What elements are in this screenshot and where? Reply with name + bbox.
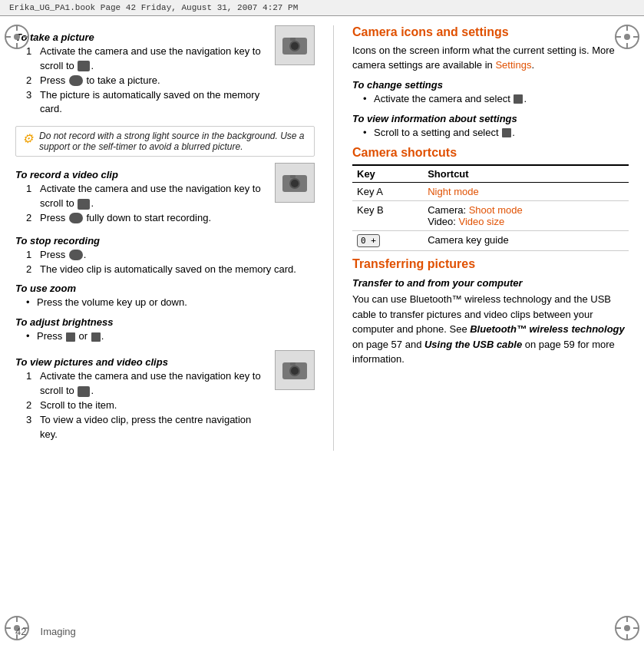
view-pics-text: To view pictures and video clips 1Activa… (15, 350, 270, 445)
footer: 42 Imaging (15, 626, 76, 637)
brightness-left-icon (66, 332, 75, 342)
transferring-section: Transferring pictures Transfer to and fr… (352, 257, 629, 367)
col-key: Key (352, 165, 423, 183)
list-item: 1Activate the camera and use the navigat… (26, 45, 270, 74)
shortcut-key-guide: Camera key guide (423, 231, 629, 251)
take-picture-text: To take a picture 1Activate the camera a… (15, 25, 270, 120)
view-image-box (275, 350, 315, 390)
svg-rect-35 (290, 362, 296, 366)
svg-point-1 (14, 34, 20, 40)
list-item: Scroll to a setting and select . (363, 126, 629, 141)
table-header-row: Key Shortcut (352, 165, 629, 183)
change-settings-heading: To change settings (352, 79, 629, 91)
stop-recording-section: To stop recording 1Press . 2The video cl… (15, 235, 315, 277)
press-icon2 (69, 213, 83, 223)
list-item: 2Press fully down to start recording. (26, 211, 270, 226)
record-video-row: To record a video clip 1Activate the cam… (15, 163, 315, 229)
col-shortcut: Shortcut (423, 165, 629, 183)
view-pics-heading: To view pictures and video clips (15, 356, 270, 368)
corner-br (613, 614, 641, 642)
list-item: 1Press . (26, 248, 315, 263)
list-item: 3To view a video clip, press the centre … (26, 413, 270, 442)
header-text: Erika_UG_PA1.book Page 42 Friday, August… (9, 3, 298, 12)
view-pics-list: 1Activate the camera and use the navigat… (15, 369, 270, 442)
record-video-section: To record a video clip 1Activate the cam… (15, 163, 315, 229)
svg-point-19 (624, 625, 630, 631)
view-pics-section: To view pictures and video clips 1Activa… (15, 350, 315, 445)
page-number: 42 (15, 626, 26, 637)
stop-recording-heading: To stop recording (15, 235, 315, 246)
settings-link[interactable]: Settings (495, 59, 531, 71)
shortcuts-table: Key Shortcut Key A Night mode Key B Came… (352, 164, 629, 251)
brightness-list: Press or . (15, 329, 315, 344)
video-size-link[interactable]: Video size (458, 216, 504, 227)
video-image-box (275, 163, 315, 203)
shortcut-night-mode: Night mode (423, 183, 629, 201)
take-picture-row: To take a picture 1Activate the camera a… (15, 25, 315, 120)
key-icon: 0 + (357, 234, 380, 247)
record-video-text: To record a video clip 1Activate the cam… (15, 163, 270, 229)
brightness-section: To adjust brightness Press or . (15, 316, 315, 344)
bluetooth-ref: Bluetooth™ wireless technology (470, 323, 625, 335)
brightness-right-icon (91, 332, 101, 342)
camera-image-box (275, 25, 315, 65)
video-nav-icon (78, 199, 90, 210)
transfer-subheading: Transfer to and from your computer (352, 277, 629, 289)
camera-nav-icon (78, 61, 90, 71)
take-picture-list: 1Activate the camera and use the navigat… (15, 45, 270, 117)
change-settings-list: Activate the camera and select . (352, 92, 629, 107)
list-item: 1Activate the camera and use the navigat… (26, 369, 270, 399)
list-item: 3The picture is automatically saved on t… (26, 88, 270, 117)
list-item: 2Scroll to the item. (26, 399, 270, 413)
left-column: To take a picture 1Activate the camera a… (15, 25, 315, 451)
view-nav-icon (78, 386, 90, 397)
warning-text: Do not record with a strong light source… (39, 131, 308, 152)
camera-icons-body: Icons on the screen inform what the curr… (352, 44, 629, 73)
record-video-heading: To record a video clip (15, 169, 270, 180)
right-column: Camera icons and settings Icons on the s… (352, 25, 629, 451)
camera-shortcuts-section: Camera shortcuts Key Shortcut Key A Nigh… (352, 146, 629, 251)
key-0-cell: 0 + (352, 231, 423, 251)
stop-recording-list: 1Press . 2The video clip is automaticall… (15, 248, 315, 277)
svg-point-34 (291, 367, 299, 375)
take-picture-section: To take a picture 1Activate the camera a… (15, 25, 315, 120)
view-pics-row: To view pictures and video clips 1Activa… (15, 350, 315, 445)
view-info-heading: To view information about settings (352, 113, 629, 124)
section-label: Imaging (41, 626, 76, 637)
camera-icons-section: Camera icons and settings Icons on the s… (352, 25, 629, 140)
svg-point-30 (291, 180, 299, 187)
corner-tl (3, 23, 31, 51)
list-item: Activate the camera and select . (363, 92, 629, 107)
svg-rect-31 (290, 175, 296, 178)
list-item: 1Activate the camera and use the navigat… (26, 182, 270, 211)
take-picture-heading: To take a picture (15, 31, 270, 43)
warning-icon: ⚙ (22, 131, 33, 146)
transferring-heading: Transferring pictures (352, 257, 629, 271)
camera-icons-heading: Camera icons and settings (352, 25, 629, 39)
shoot-mode-link[interactable]: Shoot mode (469, 204, 523, 216)
camera-shortcuts-heading: Camera shortcuts (352, 146, 629, 160)
table-row: Key B Camera: Shoot mode Video: Video si… (352, 201, 629, 231)
warning-box: ⚙ Do not record with a strong light sour… (15, 126, 315, 157)
column-divider (333, 25, 334, 451)
view-info-list: Scroll to a setting and select . (352, 126, 629, 141)
key-b-cell: Key B (352, 201, 423, 231)
brightness-heading: To adjust brightness (15, 316, 315, 328)
table-row: 0 + Camera key guide (352, 231, 629, 251)
record-video-list: 1Activate the camera and use the navigat… (15, 182, 270, 226)
list-item: 2The video clip is automatically saved o… (26, 263, 315, 277)
list-item: Press the volume key up or down. (26, 296, 315, 310)
usb-ref: Using the USB cable (424, 339, 522, 350)
svg-point-26 (291, 42, 299, 50)
transfer-body: You can use Bluetooth™ wireless technolo… (352, 292, 629, 367)
zoom-list: Press the volume key up or down. (15, 296, 315, 310)
settings-select-icon (514, 94, 523, 104)
view-thumbnail-icon (281, 356, 309, 384)
camera-thumbnail-icon (281, 31, 309, 59)
zoom-heading: To use zoom (15, 283, 315, 294)
svg-point-7 (624, 34, 630, 40)
shortcut-key-b: Camera: Shoot mode Video: Video size (423, 201, 629, 231)
svg-rect-27 (290, 38, 296, 41)
press-icon (69, 75, 83, 86)
press-stop-icon (69, 250, 83, 260)
